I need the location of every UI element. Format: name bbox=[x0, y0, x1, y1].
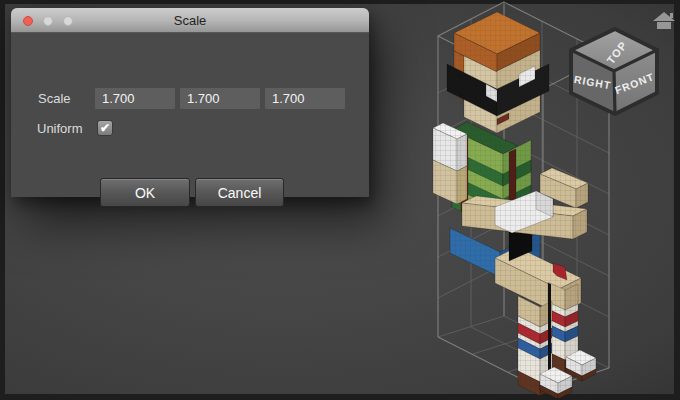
app-window: TOP RIGHT FRONT Scale Scale Uniform bbox=[0, 0, 680, 400]
minimize-button[interactable] bbox=[43, 16, 53, 26]
scale-label: Scale bbox=[38, 91, 71, 106]
zoom-button[interactable] bbox=[63, 16, 73, 26]
scale-y-input[interactable] bbox=[180, 88, 260, 109]
window-controls bbox=[23, 8, 73, 33]
dialog-body: Scale Uniform ✔ OK Cancel bbox=[11, 33, 369, 196]
scale-dialog: Scale Scale Uniform ✔ OK Cancel bbox=[11, 8, 369, 197]
view-cube[interactable]: TOP RIGHT FRONT bbox=[571, 29, 657, 114]
close-button[interactable] bbox=[23, 16, 33, 26]
uniform-label: Uniform bbox=[37, 121, 83, 136]
ok-button[interactable]: OK bbox=[100, 178, 190, 207]
home-icon[interactable] bbox=[653, 12, 675, 29]
dialog-titlebar[interactable]: Scale bbox=[11, 8, 369, 33]
cancel-button[interactable]: Cancel bbox=[195, 178, 284, 207]
scale-x-input[interactable] bbox=[95, 88, 175, 109]
check-icon: ✔ bbox=[100, 121, 110, 135]
uniform-checkbox[interactable]: ✔ bbox=[97, 120, 113, 136]
scale-z-input[interactable] bbox=[265, 88, 345, 109]
